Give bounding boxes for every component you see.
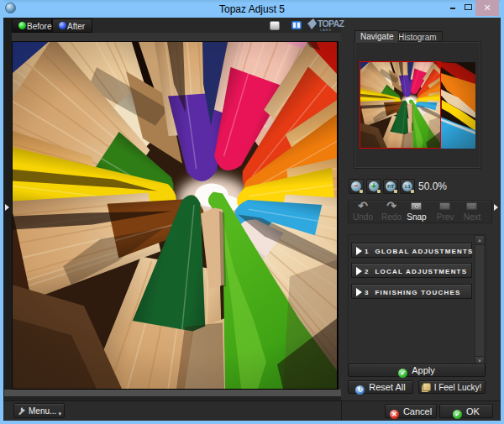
svg-text:L A B S: L A B S bbox=[320, 28, 331, 32]
